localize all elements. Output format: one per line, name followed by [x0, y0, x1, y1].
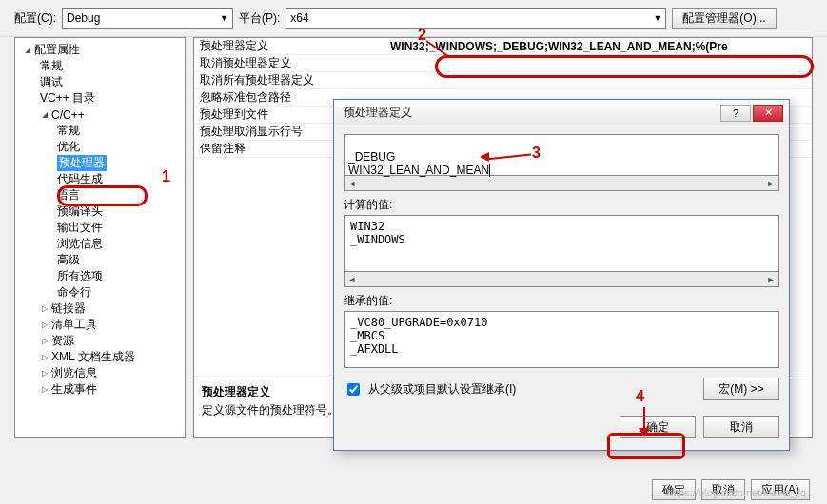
scroll-left-icon[interactable]: ◄ — [345, 176, 360, 190]
config-toolbar: 配置(C): Debug ▼ 平台(P): x64 ▼ 配置管理器(O)... — [0, 0, 827, 37]
platform-value: x64 — [290, 11, 308, 25]
tree-item-buildevents[interactable]: ▷生成事件 — [19, 381, 181, 397]
parent-dialog-buttons: 确定 取消 应用(A) — [652, 479, 810, 500]
chevron-down-icon: ▼ — [653, 13, 661, 23]
tree-item-cc-browse[interactable]: 浏览信息 — [19, 236, 181, 252]
macro-button[interactable]: 宏(M) >> — [703, 378, 779, 400]
tree-item-cc-advanced[interactable]: 高级 — [19, 252, 181, 268]
caret-right-icon: ▷ — [40, 353, 49, 361]
close-button[interactable]: ✕ — [753, 105, 783, 122]
calculated-values: WIN32 _WINDOWS — [344, 215, 779, 272]
caret-right-icon: ▷ — [40, 304, 49, 313]
tree-item-resources[interactable]: ▷资源 — [19, 333, 181, 349]
textarea-scrollbar[interactable]: ◄ ► — [344, 176, 779, 191]
tree-item-linker[interactable]: ▷链接器 — [19, 300, 181, 317]
tree-item-cc-language[interactable]: 语言 — [19, 187, 181, 204]
tree-item-cc-optimization[interactable]: 优化 — [19, 139, 181, 155]
tree-item-general[interactable]: 常规 — [19, 58, 181, 74]
tree-item-cc-pch[interactable]: 预编译头 — [19, 204, 181, 220]
caret-down-icon: ◢ — [40, 110, 49, 119]
calculated-label: 计算的值: — [344, 197, 779, 213]
parent-apply-button[interactable]: 应用(A) — [751, 479, 810, 500]
property-tree: ◢配置属性 常规 调试 VC++ 目录 ◢C/C++ 常规 优化 预处理器 代码… — [14, 37, 186, 438]
dialog-titlebar[interactable]: 预处理器定义 ? ✕ — [334, 100, 789, 126]
inherited-label: 继承的值: — [344, 293, 779, 309]
scroll-right-icon[interactable]: ► — [763, 272, 778, 286]
config-combo[interactable]: Debug ▼ — [62, 8, 233, 29]
dialog-title: 预处理器定义 — [344, 105, 719, 121]
tree-item-cc-general[interactable]: 常规 — [19, 123, 181, 139]
tree-item-manifest[interactable]: ▷清单工具 — [19, 317, 181, 333]
tree-item-cc-all[interactable]: 所有选项 — [19, 268, 181, 284]
definitions-textarea[interactable]: _DEBUG WIN32_LEAN_AND_MEAN — [344, 134, 779, 176]
prop-row-undef[interactable]: 取消预处理器定义 — [194, 55, 812, 72]
tree-item-cc-preprocessor[interactable]: 预处理器 — [19, 155, 181, 171]
caret-right-icon: ▷ — [40, 337, 49, 345]
tree-item-cc[interactable]: ◢C/C++ — [19, 107, 181, 123]
caret-right-icon: ▷ — [40, 320, 49, 329]
config-manager-button[interactable]: 配置管理器(O)... — [672, 8, 776, 29]
parent-cancel-button[interactable]: 取消 — [701, 479, 745, 500]
scroll-left-icon[interactable]: ◄ — [345, 272, 360, 286]
inherit-checkbox-label: 从父级或项目默认设置继承(I) — [368, 381, 516, 397]
caret-down-icon: ◢ — [23, 46, 32, 54]
tree-item-config-props[interactable]: ◢配置属性 — [19, 42, 181, 58]
dialog-ok-button[interactable]: 确定 — [620, 416, 696, 438]
tree-item-browseinfo[interactable]: ▷浏览信息 — [19, 365, 181, 381]
inherit-checkbox[interactable] — [347, 383, 360, 396]
config-label: 配置(C): — [14, 10, 56, 27]
tree-item-vcdirs[interactable]: VC++ 目录 — [19, 90, 181, 107]
platform-label: 平台(P): — [239, 10, 280, 27]
platform-combo[interactable]: x64 ▼ — [286, 8, 666, 29]
calc-scrollbar[interactable]: ◄► — [344, 272, 779, 287]
parent-ok-button[interactable]: 确定 — [652, 479, 696, 500]
scroll-right-icon[interactable]: ► — [763, 176, 778, 190]
caret-right-icon: ▷ — [40, 369, 49, 378]
prop-row-preprocessor-definitions[interactable]: 预处理器定义 WIN32;_WINDOWS;_DEBUG;WIN32_LEAN_… — [194, 38, 812, 55]
help-button[interactable]: ? — [720, 105, 751, 122]
config-value: Debug — [67, 11, 100, 25]
inherited-values: _VC80_UPGRADE=0x0710 _MBCS _AFXDLL — [344, 311, 779, 368]
chevron-down-icon: ▼ — [220, 13, 228, 23]
caret-right-icon: ▷ — [40, 385, 49, 394]
prop-row-undef-all[interactable]: 取消所有预处理器定义 — [194, 72, 812, 89]
tree-item-cc-codegen[interactable]: 代码生成 — [19, 171, 181, 187]
preprocessor-definitions-dialog: 预处理器定义 ? ✕ _DEBUG WIN32_LEAN_AND_MEAN ◄ … — [333, 99, 790, 451]
tree-item-debugging[interactable]: 调试 — [19, 74, 181, 90]
tree-item-cc-cmdline[interactable]: 命令行 — [19, 284, 181, 300]
tree-item-xmldoc[interactable]: ▷XML 文档生成器 — [19, 349, 181, 365]
dialog-cancel-button[interactable]: 取消 — [703, 416, 779, 438]
tree-item-cc-output[interactable]: 输出文件 — [19, 220, 181, 236]
